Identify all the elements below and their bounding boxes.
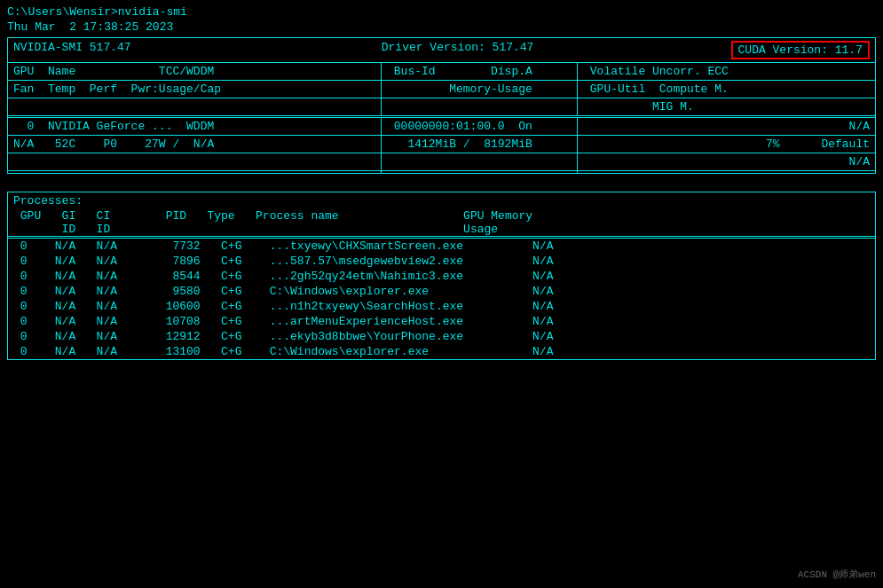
gpu-col-header-mid: Bus-Id Disp.A bbox=[382, 63, 577, 80]
gpu-data3-mid bbox=[382, 153, 577, 170]
smi-info-box: NVIDIA-SMI 517.47 Driver Version: 517.47… bbox=[7, 37, 876, 174]
driver-version-label: Driver Version: 517.47 bbox=[382, 41, 534, 59]
gpu-data2-mid: 1412MiB / 8192MiB bbox=[382, 136, 577, 153]
gpu-col-header3-left bbox=[8, 98, 381, 115]
gpu-data2-left: N/A 52C P0 27W / N/A bbox=[8, 136, 381, 153]
process-row: 0 N/A N/A 7896 C+G ...587.57\msedgewebvi… bbox=[8, 254, 875, 269]
process-row: 0 N/A N/A 10708 C+G ...artMenuExperience… bbox=[8, 314, 875, 329]
gpu-col-header2-right: GPU-Util Compute M. bbox=[578, 81, 875, 98]
gpu-data-right: N/A bbox=[578, 118, 875, 135]
gpu-data3-left bbox=[8, 153, 381, 170]
process-row: 0 N/A N/A 13100 C+G C:\Windows\explorer.… bbox=[8, 344, 875, 359]
process-row: 0 N/A N/A 9580 C+G C:\Windows\explorer.e… bbox=[8, 284, 875, 299]
gpu-col-header-right: Volatile Uncorr. ECC bbox=[578, 63, 875, 80]
gpu-data-left: 0 NVIDIA GeForce ... WDDM bbox=[8, 118, 381, 135]
process-row: 0 N/A N/A 10600 C+G ...n1h2txyewy\Search… bbox=[8, 299, 875, 314]
processes-label: Processes: bbox=[8, 192, 875, 209]
processes-box: Processes: GPU GI CI PID Type Process na… bbox=[7, 192, 876, 360]
terminal-window: C:\Users\Wensir>nvidia-smi Thu Mar 2 17:… bbox=[0, 0, 883, 588]
watermark: ACSDN @师弟wen bbox=[798, 568, 876, 581]
prompt-line: C:\Users\Wensir>nvidia-smi bbox=[7, 5, 876, 19]
proc-col-headers2: ID ID Usage bbox=[8, 223, 875, 236]
datetime-line: Thu Mar 2 17:38:25 2023 bbox=[7, 20, 876, 34]
gpu-data3-right: N/A bbox=[578, 153, 875, 170]
gpu-col-header2-left: Fan Temp Perf Pwr:Usage/Cap bbox=[8, 81, 381, 98]
process-row: 0 N/A N/A 8544 C+G ...2gh52qy24etm\Nahim… bbox=[8, 269, 875, 284]
gpu-col-header3-mid bbox=[382, 98, 577, 115]
smi-version-label: NVIDIA-SMI 517.47 bbox=[13, 41, 131, 59]
process-rows-container: 0 N/A N/A 7732 C+G ...txyewy\CHXSmartScr… bbox=[8, 239, 875, 359]
proc-col-headers: GPU GI CI PID Type Process name GPU Memo… bbox=[8, 209, 875, 223]
gpu-col-header2-mid: Memory-Usage bbox=[382, 81, 577, 98]
process-row: 0 N/A N/A 7732 C+G ...txyewy\CHXSmartScr… bbox=[8, 239, 875, 254]
cuda-version-badge: CUDA Version: 11.7 bbox=[731, 41, 870, 59]
process-row: 0 N/A N/A 12912 C+G ...ekyb3d8bbwe\YourP… bbox=[8, 329, 875, 344]
gpu-col-header3-right: MIG M. bbox=[578, 98, 875, 115]
gpu-col-header-left: GPU Name TCC/WDDM bbox=[8, 63, 381, 80]
gpu-data2-right: 7% Default bbox=[578, 136, 875, 153]
gpu-data-mid: 00000000:01:00.0 On bbox=[382, 118, 577, 135]
